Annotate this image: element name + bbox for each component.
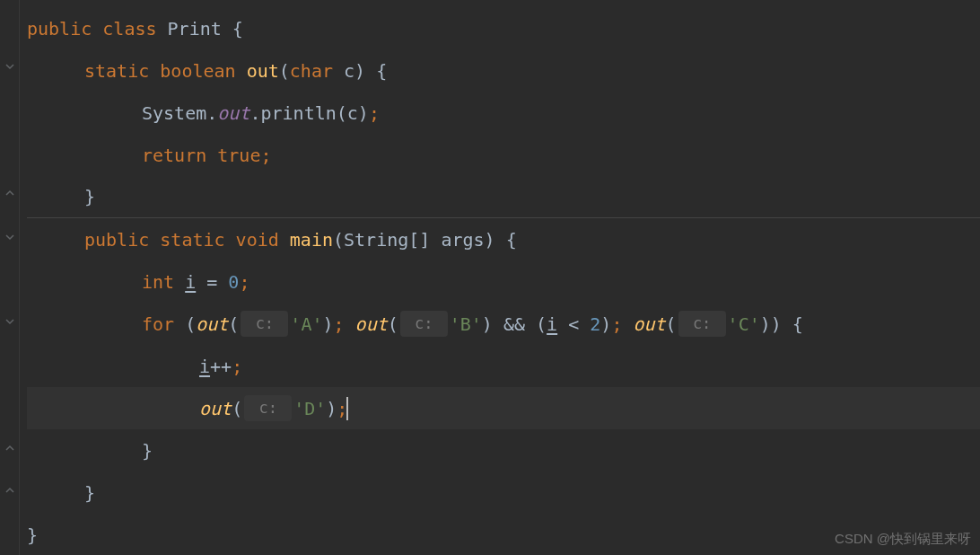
fold-end-icon[interactable] [4,188,15,198]
fold-marker-icon[interactable] [4,61,15,72]
code-line[interactable]: for (out( c: 'A'); out( c: 'B') && (i < … [27,303,980,345]
variable: i [199,352,210,381]
keyword: boolean [160,57,235,85]
class-name: Print [168,14,222,43]
semicolon: ; [232,352,242,381]
code-line-current[interactable]: out( c: 'D'); [27,387,980,429]
keyword: int [142,268,174,296]
method-call: out [633,310,665,339]
fold-end-icon[interactable] [4,443,15,454]
code-line[interactable]: return true; [27,134,980,176]
keyword: return [142,141,206,170]
param: c [333,57,354,85]
parameter-hint: c: [241,311,288,337]
keyword: public [84,225,149,254]
char-literal: 'A' [290,310,322,339]
gutter [0,0,20,555]
variable: i [547,310,557,339]
code-line[interactable]: static boolean out(char c) { [27,49,980,92]
code-editor: public class Print { static boolean out(… [0,0,980,555]
method-call: out [196,310,228,339]
code-line[interactable]: int i = 0; [27,260,980,303]
semicolon: ; [239,268,249,296]
keyword: static [160,225,224,254]
fold-end-icon[interactable] [4,485,15,496]
char-literal: 'C' [728,310,760,339]
keyword: static [84,57,149,85]
brace: { [222,14,243,43]
fold-marker-icon[interactable] [4,232,15,242]
code-line[interactable]: System.out.println(c); [27,92,980,134]
code-line[interactable]: i++; [27,345,980,387]
parameter-hint: c: [400,311,448,337]
variable: i [185,268,196,296]
assign: = [196,268,228,296]
code-line[interactable]: public static void main(String[] args) { [27,218,980,260]
code-line[interactable]: public class Print { [27,7,980,49]
watermark: CSDN @快到锅里来呀 [835,528,971,550]
number: 0 [228,268,239,296]
keyword: class [102,14,156,43]
params: (String[] args) { [333,225,517,254]
keyword: true [206,141,260,170]
paren: ( [279,57,290,85]
parameter-hint: c: [678,311,726,337]
caret-icon [346,397,348,420]
keyword: char [290,57,333,85]
code-line[interactable]: } [27,429,980,471]
method-name: main [290,225,333,254]
field: out [217,99,249,128]
method-call: out [199,394,232,423]
keyword: public [27,14,92,43]
method-call: .println(c) [249,99,368,128]
keyword: for [142,310,174,339]
char-literal: 'D' [293,394,326,423]
code-line[interactable]: } [27,471,980,514]
brace: } [84,479,95,507]
code-line[interactable]: } [27,176,980,218]
code-area[interactable]: public class Print { static boolean out(… [20,0,980,555]
brace: } [27,521,38,550]
method-name: out [247,57,279,85]
semicolon: ; [369,99,380,128]
method-call: out [355,310,388,339]
fold-marker-icon[interactable] [4,316,15,327]
brace: } [142,436,153,465]
char-literal: 'B' [450,310,482,339]
paren: ( [174,310,196,339]
number: 2 [590,310,600,339]
semicolon: ; [260,141,271,170]
identifier: System. [142,99,217,128]
paren-brace: ) { [354,57,387,85]
operator: ++ [210,352,232,381]
keyword: void [236,225,279,254]
brace: } [84,182,95,211]
parameter-hint: c: [244,395,292,421]
